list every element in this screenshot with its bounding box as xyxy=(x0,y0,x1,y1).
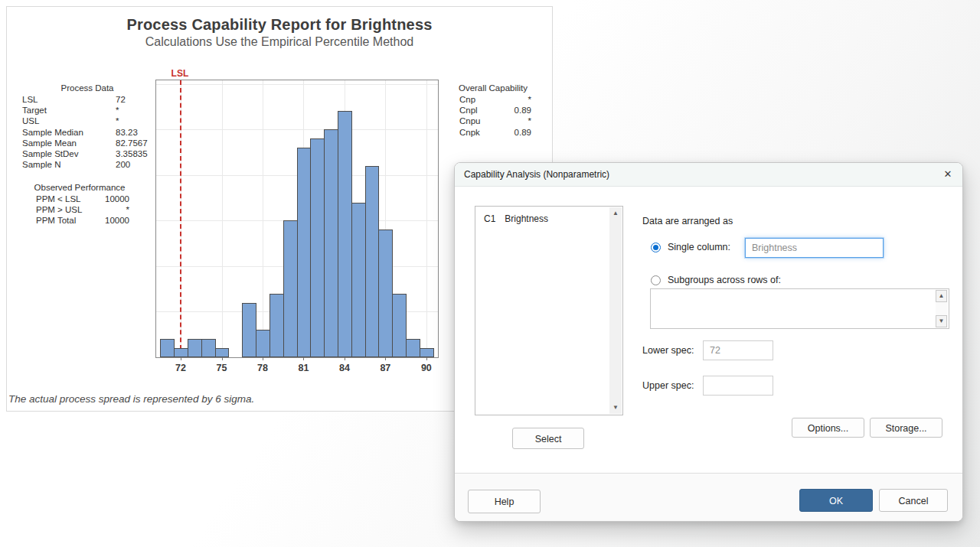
stat-value: 0.89 xyxy=(514,127,531,138)
x-tick-label: 78 xyxy=(257,363,268,373)
process-data-row: USL* xyxy=(22,116,152,126)
x-tick-mark xyxy=(222,357,223,360)
stat-value: * xyxy=(528,116,531,126)
stat-label: Sample StDev xyxy=(22,148,116,159)
process-data-row: Sample Mean82.7567 xyxy=(22,138,152,148)
observed-performance-row: PPM Total10000 xyxy=(22,215,129,226)
ok-button[interactable]: OK xyxy=(799,489,873,512)
histogram-bar xyxy=(297,148,312,357)
observed-performance-row: PPM < LSL10000 xyxy=(22,194,129,204)
subgroups-textarea[interactable]: ▲ ▼ xyxy=(650,288,949,329)
overall-capability-row: Cnp* xyxy=(455,94,531,105)
observed-performance-row: PPM > USL* xyxy=(22,204,129,215)
x-tick-mark xyxy=(345,357,345,360)
stat-value: * xyxy=(528,94,531,105)
histogram-bar xyxy=(324,129,338,357)
scroll-up-icon[interactable]: ▲ xyxy=(609,207,622,220)
dialog-titlebar[interactable]: Capability Analysis (Nonparametric) ✕ xyxy=(455,163,962,187)
close-icon[interactable]: ✕ xyxy=(940,167,956,182)
radio-selected-icon xyxy=(651,243,661,252)
report-title: Process Capability Report for Brightness xyxy=(7,16,552,34)
histogram-bar xyxy=(406,339,420,357)
scroll-down-icon[interactable]: ▼ xyxy=(609,402,622,414)
histogram-plot: LSL72757881848790 xyxy=(155,80,439,358)
single-column-input[interactable] xyxy=(745,238,884,258)
histogram-bar xyxy=(283,220,298,357)
histogram-bar xyxy=(256,330,270,357)
observed-performance-rows: PPM < LSL10000PPM > USL*PPM Total10000 xyxy=(22,194,137,226)
subgroups-radio[interactable]: Subgroups across rows of: xyxy=(651,275,781,285)
stat-value: 10000 xyxy=(105,215,129,226)
stat-label: USL xyxy=(22,116,116,126)
capability-analysis-dialog: Capability Analysis (Nonparametric) ✕ C1… xyxy=(454,162,963,522)
histogram-bar xyxy=(188,339,202,357)
x-tick-label: 87 xyxy=(380,363,390,373)
overall-capability-row: Cnpk0.89 xyxy=(455,127,531,138)
stat-label: Sample Mean xyxy=(22,138,116,148)
process-data-row: Sample N200 xyxy=(22,159,152,170)
report-footnote: The actual process spread is represented… xyxy=(8,393,254,405)
single-column-radio[interactable]: Single column: xyxy=(651,242,730,252)
scroll-up-icon[interactable]: ▲ xyxy=(936,290,947,302)
histogram-bar xyxy=(351,203,366,357)
observed-performance-title: Observed Performance xyxy=(22,183,137,192)
scroll-down-icon[interactable]: ▼ xyxy=(936,315,947,327)
histogram-bar xyxy=(201,339,216,357)
overall-capability-panel: Overall Capability Cnp*Cnpl0.89Cnpu*Cnpk… xyxy=(455,83,531,138)
report-subtitle: Calculations Use the Empirical Percentil… xyxy=(7,35,552,49)
overall-capability-row: Cnpl0.89 xyxy=(455,105,531,116)
histogram-bar xyxy=(270,294,284,357)
column-id: C1 xyxy=(484,213,502,224)
stat-label: Cnp xyxy=(459,94,475,105)
gridline-horizontal xyxy=(156,129,438,130)
overall-capability-rows: Cnp*Cnpl0.89Cnpu*Cnpk0.89 xyxy=(455,94,531,138)
process-data-panel: Process Data LSL72Target*USL*Sample Medi… xyxy=(22,83,152,170)
stat-value: 72 xyxy=(116,94,126,105)
lsl-label: LSL xyxy=(172,68,189,79)
stat-value: 3.35835 xyxy=(116,148,148,159)
listbox-scrollbar[interactable]: ▲ ▼ xyxy=(609,207,622,414)
histogram-bar xyxy=(215,348,230,357)
overall-capability-row: Cnpu* xyxy=(455,116,531,126)
cancel-button[interactable]: Cancel xyxy=(879,489,948,512)
stat-value: * xyxy=(126,204,129,215)
stat-label: Sample Median xyxy=(22,127,116,138)
histogram-bar xyxy=(242,303,256,357)
stat-value: 83.23 xyxy=(116,127,138,138)
process-data-title: Process Data xyxy=(22,83,152,93)
overall-capability-title: Overall Capability xyxy=(455,83,531,93)
storage-button[interactable]: Storage... xyxy=(870,418,942,438)
histogram-bar xyxy=(310,138,325,357)
histogram-bar xyxy=(160,339,175,357)
lower-spec-input[interactable] xyxy=(703,340,773,360)
x-tick-mark xyxy=(385,357,386,360)
stat-label: Sample N xyxy=(22,159,116,170)
single-column-label: Single column: xyxy=(668,242,730,252)
dialog-footer: Help OK Cancel xyxy=(455,473,962,521)
select-button[interactable]: Select xyxy=(512,428,584,449)
gridline-horizontal xyxy=(156,84,438,85)
x-tick-label: 81 xyxy=(299,363,309,373)
stat-value: * xyxy=(116,105,119,116)
stat-label: LSL xyxy=(22,94,116,105)
x-tick-label: 75 xyxy=(217,363,227,373)
x-tick-mark xyxy=(181,357,181,360)
textarea-scrollbar[interactable]: ▲ ▼ xyxy=(936,290,948,327)
stat-value: 10000 xyxy=(105,194,129,204)
column-listbox[interactable]: C1 Brightness ▲ ▼ xyxy=(475,206,623,415)
column-name: Brightness xyxy=(505,213,548,224)
listbox-item-brightness[interactable]: C1 Brightness xyxy=(475,207,622,224)
x-tick-mark xyxy=(303,357,304,360)
x-tick-mark xyxy=(426,357,427,360)
help-button[interactable]: Help xyxy=(468,490,541,513)
options-button[interactable]: Options... xyxy=(792,418,864,438)
stat-label: Cnpu xyxy=(459,116,481,126)
histogram-bar xyxy=(378,230,393,357)
upper-spec-input[interactable] xyxy=(703,376,773,396)
process-data-row: Target* xyxy=(22,105,152,116)
stat-label: Cnpk xyxy=(459,127,480,138)
process-data-row: Sample Median83.23 xyxy=(22,127,152,138)
dialog-title: Capability Analysis (Nonparametric) xyxy=(464,163,609,186)
observed-performance-panel: Observed Performance PPM < LSL10000PPM >… xyxy=(22,183,137,226)
stat-label: Target xyxy=(22,105,116,116)
